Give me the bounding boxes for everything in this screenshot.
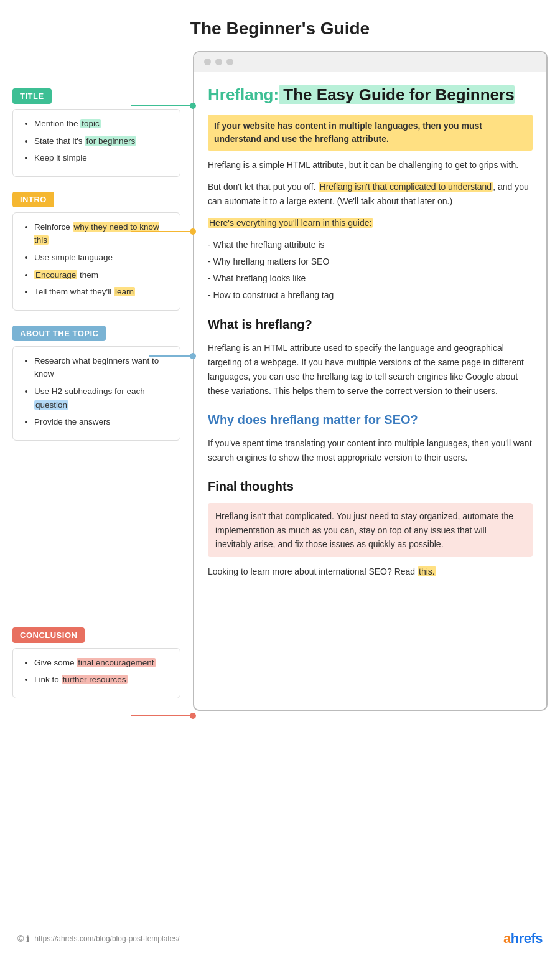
intro-label: INTRO bbox=[12, 192, 54, 207]
encouragement-highlight: final encouragement bbox=[77, 658, 155, 667]
resources-highlight: further resources bbox=[62, 675, 128, 684]
svg-point-7 bbox=[190, 713, 196, 719]
about-card: Research what beginners want to know Use… bbox=[12, 346, 180, 441]
section2-heading: Why does hreflang matter for SEO? bbox=[208, 410, 533, 430]
about-section: ABOUT THE TOPIC Research what beginners … bbox=[12, 326, 180, 441]
conclusion-section: CONCLUSION Give some final encouragement… bbox=[12, 627, 180, 698]
intro-highlight-block: If your website has content in multiple … bbox=[208, 115, 533, 151]
intro-item-1: Reinforce why they need to know this bbox=[34, 220, 170, 247]
title-item-1: Mention the topic bbox=[34, 117, 170, 131]
footer-brand: ahrefs bbox=[503, 931, 543, 947]
title-highlight: The Easy Guide for Beginners bbox=[279, 85, 515, 104]
footer-url[interactable]: https://ahrefs.com/blog/blog-post-templa… bbox=[34, 934, 179, 943]
hreflang-word: Hreflang: bbox=[208, 85, 279, 104]
title-item-2: State that it's for beginners bbox=[34, 134, 170, 148]
conclusion-card: Give some final encouragement Link to fu… bbox=[12, 648, 180, 698]
intro-section: INTRO Reinforce why they need to know th… bbox=[12, 192, 180, 311]
dot-1 bbox=[204, 59, 211, 65]
para-2: But don't let that put you off. Hreflang… bbox=[208, 180, 533, 209]
complicated-highlight: Hreflang isn't that complicated to under… bbox=[319, 182, 493, 192]
title-section: TITLE Mention the topic State that it's … bbox=[12, 88, 180, 177]
title-label: TITLE bbox=[12, 88, 52, 104]
about-item-2: Use H2 subheadings for each question bbox=[34, 385, 170, 411]
conclusion-item-1: Give some final encouragement bbox=[34, 656, 170, 670]
conclusion-highlight-block: Hreflang isn't that complicated. You jus… bbox=[208, 503, 533, 557]
browser-bar bbox=[194, 52, 546, 72]
conclusion-item-2: Link to further resources bbox=[34, 673, 170, 687]
browser-panel: Hreflang: The Easy Guide for Beginners I… bbox=[193, 51, 548, 711]
need-highlight: why they need to know this bbox=[34, 222, 159, 245]
about-item-3: Provide the answers bbox=[34, 415, 170, 429]
footer-left: © ℹ https://ahrefs.com/blog/blog-post-te… bbox=[17, 934, 180, 944]
main-layout: TITLE Mention the topic State that it's … bbox=[0, 51, 560, 748]
section2-body: If you've spent time translating your co… bbox=[208, 436, 533, 465]
topic-highlight: topic bbox=[80, 119, 101, 128]
intro-card: Reinforce why they need to know this Use… bbox=[12, 212, 180, 311]
guide-item-3: What hreflang looks like bbox=[208, 271, 533, 286]
section3-heading: Final thoughts bbox=[208, 476, 533, 497]
page-wrapper: The Beginner's Guide TITLE Mention the t… bbox=[0, 0, 560, 748]
section1-body: Hreflang is an HTML attribute used to sp… bbox=[208, 341, 533, 398]
cc-icon: © ℹ bbox=[17, 934, 29, 944]
footer: © ℹ https://ahrefs.com/blog/blog-post-te… bbox=[0, 931, 560, 947]
guide-intro-highlight: Here's everything you'll learn in this g… bbox=[208, 218, 373, 228]
dot-2 bbox=[215, 59, 222, 65]
article-title: Hreflang: The Easy Guide for Beginners bbox=[208, 85, 533, 106]
encourage-highlight: Encourage bbox=[34, 270, 77, 279]
guide-item-2: Why hreflang matters for SEO bbox=[208, 255, 533, 269]
para-1: Hreflang is a simple HTML attribute, but… bbox=[208, 158, 533, 172]
title-card: Mention the topic State that it's for be… bbox=[12, 109, 180, 177]
intro-item-2: Use simple language bbox=[34, 251, 170, 265]
guide-intro: Here's everything you'll learn in this g… bbox=[208, 216, 533, 230]
this-link[interactable]: this. bbox=[418, 566, 436, 576]
guide-item-4: How to construct a hreflang tag bbox=[208, 288, 533, 303]
intro-item-4: Tell them what they'll learn bbox=[34, 285, 170, 299]
guide-list: What the hreflang attribute is Why hrefl… bbox=[208, 238, 533, 303]
section1-heading: What is hreflang? bbox=[208, 314, 533, 335]
beginners-highlight: for beginners bbox=[85, 136, 136, 146]
page-title: The Beginner's Guide bbox=[0, 0, 560, 51]
about-item-1: Research what beginners want to know bbox=[34, 354, 170, 381]
spacer bbox=[12, 453, 180, 627]
left-panel: TITLE Mention the topic State that it's … bbox=[12, 51, 193, 711]
about-label: ABOUT THE TOPIC bbox=[12, 326, 106, 341]
conclusion-end-start: Looking to learn more about internationa… bbox=[208, 566, 418, 576]
question-highlight: question bbox=[34, 400, 68, 410]
intro-item-3: Encourage them bbox=[34, 268, 170, 282]
title-item-3: Keep it simple bbox=[34, 151, 170, 165]
learn-highlight: learn bbox=[114, 287, 135, 296]
para2-start: But don't let that put you off. bbox=[208, 182, 319, 192]
guide-item-1: What the hreflang attribute is bbox=[208, 238, 533, 252]
conclusion-label: CONCLUSION bbox=[12, 627, 85, 643]
conclusion-end: Looking to learn more about internationa… bbox=[208, 565, 533, 579]
dot-3 bbox=[226, 59, 233, 65]
browser-content: Hreflang: The Easy Guide for Beginners I… bbox=[194, 72, 546, 601]
